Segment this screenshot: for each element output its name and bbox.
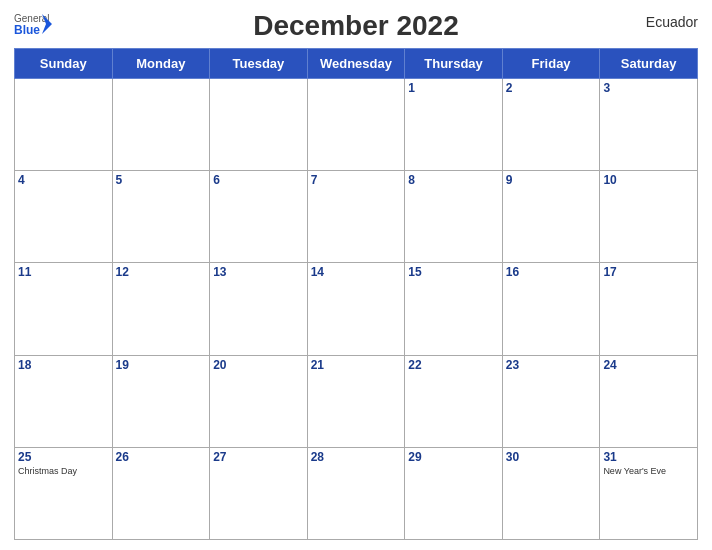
day-number: 6 [213, 173, 304, 187]
day-cell-w3-d4: 14 [307, 263, 405, 355]
day-cell-w5-d6: 30 [502, 447, 600, 539]
day-cell-w5-d7: 31New Year's Eve [600, 447, 698, 539]
country-label: Ecuador [646, 14, 698, 30]
day-number: 2 [506, 81, 597, 95]
logo: General Blue [14, 10, 52, 46]
day-cell-w2-d1: 4 [15, 171, 113, 263]
day-number: 19 [116, 358, 207, 372]
day-cell-w1-d1 [15, 79, 113, 171]
day-number: 15 [408, 265, 499, 279]
day-number: 21 [311, 358, 402, 372]
calendar-header: General Blue December 2022 Ecuador [14, 10, 698, 42]
day-cell-w3-d7: 17 [600, 263, 698, 355]
day-cell-w4-d7: 24 [600, 355, 698, 447]
day-cell-w4-d5: 22 [405, 355, 503, 447]
day-cell-w5-d2: 26 [112, 447, 210, 539]
calendar-container: General Blue December 2022 Ecuador Sunda… [0, 0, 712, 550]
day-number: 10 [603, 173, 694, 187]
day-cell-w1-d6: 2 [502, 79, 600, 171]
col-sunday: Sunday [15, 49, 113, 79]
day-cell-w4-d6: 23 [502, 355, 600, 447]
day-cell-w1-d3 [210, 79, 308, 171]
week-row-4: 18192021222324 [15, 355, 698, 447]
day-number: 25 [18, 450, 109, 464]
day-cell-w5-d5: 29 [405, 447, 503, 539]
day-cell-w1-d2 [112, 79, 210, 171]
day-number: 3 [603, 81, 694, 95]
week-row-2: 45678910 [15, 171, 698, 263]
col-monday: Monday [112, 49, 210, 79]
col-thursday: Thursday [405, 49, 503, 79]
day-cell-w3-d5: 15 [405, 263, 503, 355]
day-number: 26 [116, 450, 207, 464]
col-saturday: Saturday [600, 49, 698, 79]
day-cell-w4-d2: 19 [112, 355, 210, 447]
day-cell-w1-d5: 1 [405, 79, 503, 171]
day-number: 4 [18, 173, 109, 187]
event-text: Christmas Day [18, 466, 109, 477]
day-cell-w3-d3: 13 [210, 263, 308, 355]
day-cell-w2-d3: 6 [210, 171, 308, 263]
month-title: December 2022 [253, 10, 458, 42]
day-cell-w4-d4: 21 [307, 355, 405, 447]
week-row-1: 123 [15, 79, 698, 171]
day-number: 24 [603, 358, 694, 372]
day-cell-w3-d1: 11 [15, 263, 113, 355]
day-number: 1 [408, 81, 499, 95]
svg-text:Blue: Blue [14, 23, 40, 37]
day-number: 31 [603, 450, 694, 464]
week-row-3: 11121314151617 [15, 263, 698, 355]
day-cell-w2-d4: 7 [307, 171, 405, 263]
event-text: New Year's Eve [603, 466, 694, 477]
day-cell-w1-d4 [307, 79, 405, 171]
logo-icon: General Blue [14, 10, 52, 46]
day-number: 11 [18, 265, 109, 279]
day-number: 29 [408, 450, 499, 464]
day-number: 28 [311, 450, 402, 464]
calendar-body: 1234567891011121314151617181920212223242… [15, 79, 698, 540]
day-number: 30 [506, 450, 597, 464]
day-number: 16 [506, 265, 597, 279]
day-cell-w4-d3: 20 [210, 355, 308, 447]
calendar-table: Sunday Monday Tuesday Wednesday Thursday… [14, 48, 698, 540]
day-number: 13 [213, 265, 304, 279]
col-tuesday: Tuesday [210, 49, 308, 79]
col-wednesday: Wednesday [307, 49, 405, 79]
col-friday: Friday [502, 49, 600, 79]
day-cell-w5-d1: 25Christmas Day [15, 447, 113, 539]
day-number: 5 [116, 173, 207, 187]
day-number: 27 [213, 450, 304, 464]
day-number: 8 [408, 173, 499, 187]
day-number: 20 [213, 358, 304, 372]
day-cell-w3-d6: 16 [502, 263, 600, 355]
day-number: 14 [311, 265, 402, 279]
day-cell-w4-d1: 18 [15, 355, 113, 447]
day-cell-w5-d3: 27 [210, 447, 308, 539]
days-header-row: Sunday Monday Tuesday Wednesday Thursday… [15, 49, 698, 79]
day-cell-w2-d5: 8 [405, 171, 503, 263]
day-number: 9 [506, 173, 597, 187]
day-number: 22 [408, 358, 499, 372]
day-number: 23 [506, 358, 597, 372]
day-cell-w1-d7: 3 [600, 79, 698, 171]
day-number: 12 [116, 265, 207, 279]
day-cell-w2-d6: 9 [502, 171, 600, 263]
day-number: 17 [603, 265, 694, 279]
day-cell-w5-d4: 28 [307, 447, 405, 539]
day-cell-w2-d7: 10 [600, 171, 698, 263]
day-number: 7 [311, 173, 402, 187]
day-cell-w2-d2: 5 [112, 171, 210, 263]
day-cell-w3-d2: 12 [112, 263, 210, 355]
week-row-5: 25Christmas Day262728293031New Year's Ev… [15, 447, 698, 539]
day-number: 18 [18, 358, 109, 372]
